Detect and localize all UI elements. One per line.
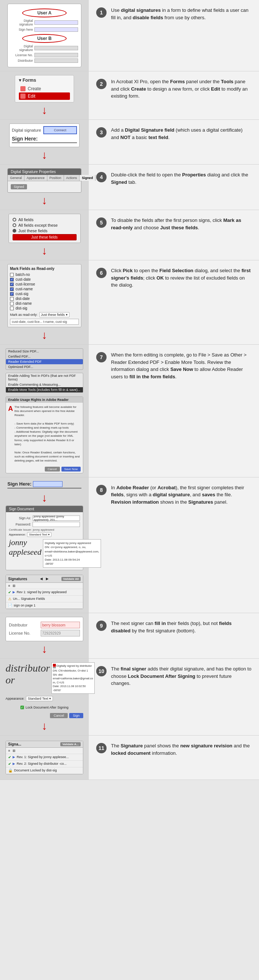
step-6-content: 6 Click Pick to open the Field Selection… [89, 260, 259, 344]
checkbox-dist-sig[interactable] [10, 307, 14, 310]
step-9-row: Distributor berry blossom License No. 72… [0, 613, 259, 659]
distributor-demo: Distributor berry blossom License No. 72… [6, 617, 83, 641]
step-9-illustration: Distributor berry blossom License No. 72… [0, 613, 89, 658]
forms-create-label: Create [28, 86, 41, 91]
distributor-input[interactable]: berry blossom [41, 622, 80, 628]
field-cust-license: ✓ cust-license [10, 282, 79, 286]
step-10-content: 10 The final signer adds their digital s… [89, 659, 259, 735]
distributor-label: Distributor [9, 623, 38, 627]
checkbox-cust-license[interactable]: ✓ [10, 283, 14, 286]
step-5-text: To disable the fields after the first pe… [111, 217, 252, 253]
forms-header: ▾ Forms [19, 78, 70, 83]
final-sig-rev2: ✔ ▶ Rev. 2: Signed by distributor -co... [6, 761, 83, 767]
menu-optimized: Optimized PDF... [6, 364, 83, 369]
radio-just-these[interactable] [13, 229, 16, 232]
step-number-4: 4 [96, 172, 107, 182]
tab-general[interactable]: General [8, 175, 24, 181]
user-b-bubble: User B [22, 34, 67, 43]
appearance-label: Appearance: [9, 533, 26, 536]
form-label-1: Digital signature [11, 19, 33, 26]
tab-position[interactable]: Position [47, 175, 64, 181]
sig-item-un: ⚠ Un... Signature Fields [6, 596, 83, 603]
sig-item-un-text: Un... Signature Fields [13, 597, 45, 601]
props-tabs: General Appearance Position Actions Sign… [8, 175, 81, 181]
step10-appearance-row: Appearance: Standard Text ▾ [6, 696, 83, 701]
checkbox-cust-sig[interactable]: ✓ [10, 292, 14, 296]
mark-readonly-row: Mark as read-only: Just these fields ▾ [10, 312, 79, 317]
signed-btn[interactable]: Signed [11, 184, 27, 189]
tab-actions[interactable]: Actions [64, 175, 80, 181]
arrow-down-1: ↓ [42, 105, 47, 116]
step10-appearance-dropdown[interactable]: Standard Text ▾ [26, 696, 53, 701]
sig-field-label: Digital signature [12, 128, 41, 132]
form-input-1 [34, 20, 78, 25]
radio-all-fields[interactable] [13, 218, 16, 221]
cancel-btn[interactable]: Cancel [45, 467, 60, 471]
forms-edit-item[interactable]: Edit [19, 92, 70, 100]
just-these-btn[interactable]: Just these fields [13, 234, 77, 240]
mark-readonly-dropdown[interactable]: Just these fields ▾ [39, 312, 70, 317]
sign-as-input[interactable]: jonny appleseed (jonny appleseed): 201..… [32, 515, 80, 521]
final-sig-panel-header: Signa... Validate A... [6, 741, 83, 748]
form-input-2 [34, 27, 78, 32]
final-expand-1[interactable]: ▶ [13, 755, 15, 759]
validate-all-btn-8[interactable]: Validate All [61, 577, 81, 581]
panel-nav-right[interactable]: ► [45, 576, 50, 581]
cancel-btn-10[interactable]: Cancel [50, 713, 68, 718]
panel-icon-2: ⊞ [13, 584, 16, 588]
mark-readonly-label: Mark as read-only: [10, 313, 38, 317]
forms-create-item[interactable]: Create [19, 85, 70, 92]
panel-nav-left[interactable]: ◄ [39, 576, 44, 581]
step-number-6: 6 [96, 268, 107, 278]
option-except-these: All fields except these [19, 223, 58, 228]
step-2-row: ▾ Forms Create Edit ↓ 2 In Acrobat XI Pr… [0, 72, 259, 120]
checkbox-batch-no[interactable] [10, 273, 14, 277]
save-menu-panel: Reduced Size PDF... Certified PDF... Rea… [6, 348, 83, 370]
license-input: 729292929 [41, 630, 80, 636]
step-8-illustration: Sign Here: ↓ Sign Document Sign As: jonn… [0, 477, 89, 613]
step-3-illustration: Digital signature Connect Sign Here: ↓ [0, 120, 89, 164]
sign-btn-10[interactable]: Sign [69, 713, 83, 718]
field-cust-date: ✓ cust-date [10, 277, 79, 282]
tab-appearance[interactable]: Appearance [24, 175, 47, 181]
password-input[interactable] [32, 522, 80, 527]
sig-item-page: 📄 sign on page 1 [6, 603, 83, 609]
sign-here-8: Sign Here: [7, 481, 82, 489]
menu-certified: Certified PDF... [6, 354, 83, 359]
checkbox-cust-date[interactable]: ✓ [10, 278, 14, 282]
radio-except-these[interactable] [13, 223, 16, 227]
step-number-3: 3 [96, 127, 107, 138]
tab-signed[interactable]: Signed [80, 175, 96, 181]
sign-dialog: Sign Document Sign As: jonny appleseed (… [6, 506, 83, 570]
final-rev1-text: Rev. 1: Signed by jonny applesee... [17, 755, 69, 759]
appearance-dropdown[interactable]: Standard Text ▾ [27, 532, 51, 537]
step-number-7: 7 [96, 352, 107, 363]
arrow-down-2: ↓ [42, 150, 47, 161]
step-7-content: 7 When the form editing is complete, go … [89, 345, 259, 477]
submenu-more-tools[interactable]: Enable More Tools (includes form fill-in… [6, 387, 83, 392]
save-now-btn[interactable]: Save Now [61, 467, 81, 471]
sig-item-page-icon: 📄 [8, 603, 12, 607]
menu-reader-extended[interactable]: Reader Extended PDF [6, 359, 83, 364]
sig-item-rev1-expand[interactable]: ▶ [13, 590, 15, 594]
checkbox-cust-name[interactable]: ✓ [10, 287, 14, 291]
final-check-2: ✔ [8, 762, 11, 766]
field-cust-sig: ✓ cust-sig [10, 291, 79, 296]
field-cust-name: ✓ cust-name [10, 286, 79, 291]
step-9-content: 9 The next signer can fill in their fiel… [89, 613, 259, 658]
password-row: Password: [9, 522, 80, 527]
enable-dialog-body: A The following features will become ava… [6, 403, 83, 465]
lock-checkbox[interactable]: ✓ [20, 706, 24, 709]
step-10-text: The final signer adds their digital sign… [111, 665, 252, 729]
sign-here-label: Sign Here: [12, 136, 77, 143]
submenu-commenting: Enable Commenting & Measuring... [6, 382, 83, 387]
checkbox-dist-date[interactable] [10, 297, 14, 301]
validate-all-btn-11[interactable]: Validate A... [60, 742, 81, 746]
final-expand-2[interactable]: ▶ [13, 762, 15, 765]
form-label-3: Digital signature [11, 45, 33, 52]
step-11-illustration: Signa... Validate A... ≡ ⊞ ✔ ▶ Rev. 1: S… [0, 735, 89, 780]
step10-sig-area: distributoror Digitally signed by distri… [6, 662, 83, 694]
lock-icon-11: 🔒 [8, 768, 13, 773]
sign-dialog-body: Sign As: jonny appleseed (jonny applesee… [6, 512, 83, 570]
checkbox-dist-name[interactable] [10, 302, 14, 305]
